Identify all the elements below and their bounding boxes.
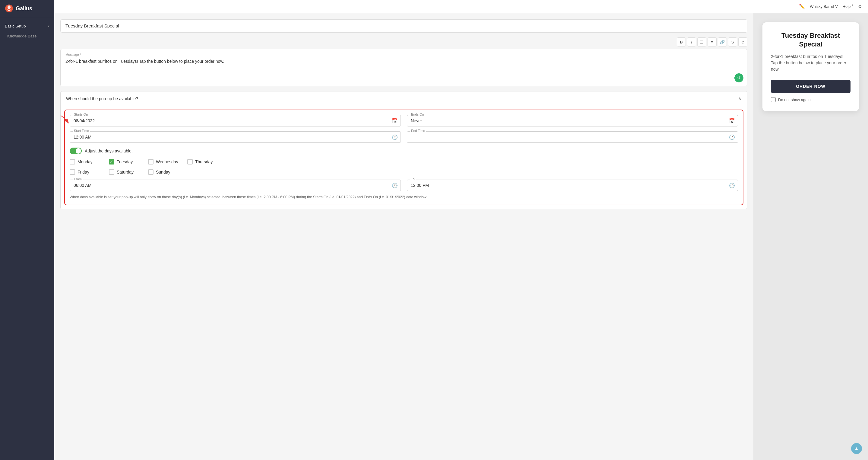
do-not-show-label: Do not show again — [778, 97, 811, 102]
days-row-2: Friday Saturday Sunday — [70, 169, 738, 175]
day-tuesday[interactable]: ✓ Tuesday — [109, 159, 142, 165]
to-group: To 🕐 — [407, 180, 738, 191]
unordered-list-button[interactable]: ☰ — [697, 37, 706, 47]
day-thursday[interactable]: Thursday — [187, 159, 220, 165]
svg-point-1 — [7, 5, 10, 9]
thursday-label: Thursday — [195, 160, 213, 164]
from-group: From 🕐 — [70, 180, 401, 191]
days-row: Monday ✓ Tuesday Wednesday Thursday — [70, 159, 738, 165]
editor-panel: B I ☰ ≡ 🔗 S ☺ Message * 2-for-1 breakfas… — [54, 13, 753, 460]
popup-card: Tuesday Breakfast Special 2-for-1 breakf… — [763, 22, 859, 111]
start-time-group: Start Time 🕐 — [70, 131, 401, 143]
monday-checkbox[interactable] — [70, 159, 75, 165]
editor-toolbar: B I ☰ ≡ 🔗 S ☺ — [60, 37, 747, 47]
strikethrough-button[interactable]: S — [728, 37, 737, 47]
settings-icon[interactable]: ⚙ — [858, 4, 862, 9]
message-label: Message * — [65, 53, 742, 56]
clock-end-icon[interactable]: 🕐 — [729, 134, 735, 140]
bold-button[interactable]: B — [677, 37, 686, 47]
sidebar-nav: Basic Setup ▾ Knowledge Base — [0, 17, 54, 45]
sunday-label: Sunday — [156, 170, 170, 174]
title-input[interactable] — [65, 23, 742, 28]
time-row: Start Time 🕐 End Time 🕐 — [70, 131, 738, 143]
start-time-input[interactable] — [70, 131, 401, 143]
help-button[interactable]: Help ? — [843, 4, 853, 9]
to-label: To — [410, 177, 416, 181]
ends-on-input[interactable] — [407, 115, 738, 126]
main-area: ✏️ Whisky Barrel V Help ? ⚙ B I ☰ ≡ 🔗 S … — [54, 0, 868, 460]
ordered-list-button[interactable]: ≡ — [708, 37, 717, 47]
days-toggle[interactable] — [70, 148, 82, 154]
emoji-button[interactable]: ☺ — [738, 37, 747, 47]
day-wednesday[interactable]: Wednesday — [148, 159, 181, 165]
italic-button[interactable]: I — [687, 37, 696, 47]
ends-on-group: Ends On 📅 — [407, 115, 738, 126]
sunday-checkbox[interactable] — [148, 169, 154, 175]
link-button[interactable]: 🔗 — [718, 37, 727, 47]
starts-on-input[interactable] — [70, 115, 401, 126]
from-to-row: From 🕐 To 🕐 — [70, 180, 738, 191]
monday-label: Monday — [78, 160, 93, 164]
friday-checkbox[interactable] — [70, 169, 75, 175]
thursday-checkbox[interactable] — [187, 159, 193, 165]
availability-body: Starts On 📅 Ends On 📅 Star — [64, 110, 743, 205]
availability-title: When should the pop-up be available? — [66, 96, 138, 101]
popup-title: Tuesday Breakfast Special — [771, 31, 850, 49]
logo-icon — [5, 4, 13, 13]
availability-header: When should the pop-up be available? ∧ — [61, 91, 747, 106]
do-not-show-checkbox[interactable] — [771, 97, 776, 102]
day-friday[interactable]: Friday — [70, 169, 103, 175]
date-row: Starts On 📅 Ends On 📅 — [70, 115, 738, 126]
friday-label: Friday — [78, 170, 89, 174]
from-label: From — [73, 177, 83, 181]
ends-on-label: Ends On — [410, 113, 425, 116]
sidebar-item-knowledge-base[interactable]: Knowledge Base — [0, 31, 54, 41]
collapse-button[interactable]: ∧ — [738, 96, 742, 102]
calendar-icon[interactable]: 📅 — [392, 118, 398, 124]
from-input[interactable] — [70, 180, 401, 191]
start-time-label: Start Time — [73, 129, 90, 133]
availability-section: When should the pop-up be available? ∧ — [60, 91, 747, 209]
clock-icon[interactable]: 🕐 — [392, 134, 398, 140]
sidebar-item-basic-setup[interactable]: Basic Setup ▾ — [0, 21, 54, 31]
tuesday-checkbox[interactable]: ✓ — [109, 159, 114, 165]
scroll-to-top-button[interactable]: ▲ — [851, 443, 862, 454]
day-saturday[interactable]: Saturday — [109, 169, 142, 175]
info-text: When days available is set your pop-up w… — [70, 195, 738, 200]
help-icon: ? — [852, 4, 853, 7]
clock-from-icon[interactable]: 🕐 — [392, 182, 398, 188]
popup-message: 2-for-1 breakfast burritos on Tuesdays! … — [771, 53, 850, 73]
to-input[interactable] — [407, 180, 738, 191]
end-time-group: End Time 🕐 — [407, 131, 738, 143]
preview-panel: Tuesday Breakfast Special 2-for-1 breakf… — [753, 13, 868, 460]
starts-on-group: Starts On 📅 — [70, 115, 401, 126]
do-not-show-row[interactable]: Do not show again — [771, 97, 850, 102]
saturday-label: Saturday — [117, 170, 134, 174]
toggle-row: Adjust the days available. — [70, 148, 738, 154]
end-time-input[interactable] — [407, 131, 738, 143]
day-monday[interactable]: Monday — [70, 159, 103, 165]
sidebar: Gallus Basic Setup ▾ Knowledge Base — [0, 0, 54, 460]
tuesday-label: Tuesday — [117, 160, 133, 164]
day-sunday[interactable]: Sunday — [148, 169, 181, 175]
sidebar-logo: Gallus — [0, 0, 54, 17]
refresh-button[interactable]: ↺ — [734, 73, 743, 82]
wednesday-checkbox[interactable] — [148, 159, 154, 165]
topbar-user: Whisky Barrel V — [810, 4, 838, 9]
starts-on-label: Starts On — [73, 113, 89, 116]
app-title: Gallus — [16, 5, 32, 12]
calendar-ends-icon[interactable]: 📅 — [729, 118, 735, 124]
order-now-button[interactable]: ORDER NOW — [771, 80, 850, 93]
edit-icon[interactable]: ✏️ — [799, 4, 805, 9]
toggle-label: Adjust the days available. — [85, 148, 133, 153]
title-input-wrap — [60, 19, 747, 33]
end-time-label: End Time — [410, 129, 426, 133]
message-wrap: Message * 2-for-1 breakfast burritos on … — [60, 49, 747, 86]
content-wrap: B I ☰ ≡ 🔗 S ☺ Message * 2-for-1 breakfas… — [54, 13, 868, 460]
chevron-down-icon: ▾ — [48, 24, 50, 28]
clock-to-icon[interactable]: 🕐 — [729, 182, 735, 188]
message-content[interactable]: 2-for-1 breakfast burritos on Tuesdays! … — [65, 58, 742, 82]
wednesday-label: Wednesday — [156, 160, 178, 164]
topbar: ✏️ Whisky Barrel V Help ? ⚙ — [54, 0, 868, 13]
saturday-checkbox[interactable] — [109, 169, 114, 175]
